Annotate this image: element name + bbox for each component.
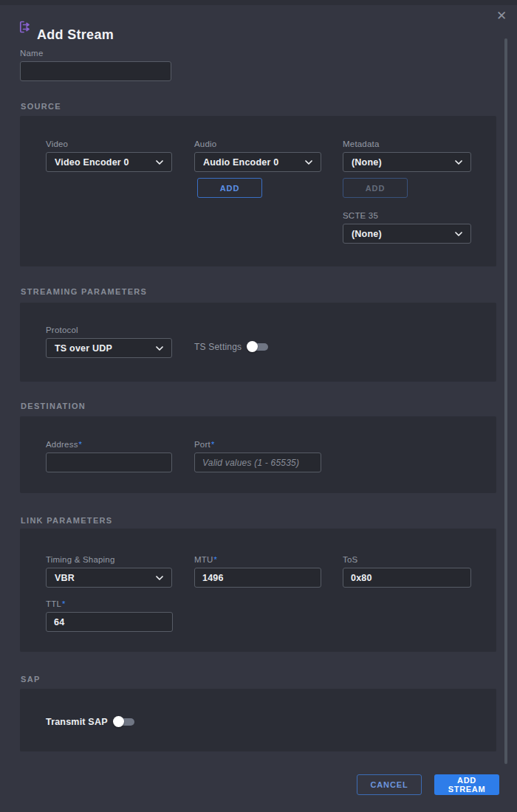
- protocol-select[interactable]: TS over UDP: [46, 338, 172, 358]
- metadata-select[interactable]: (None): [343, 152, 471, 172]
- protocol-label: Protocol: [46, 326, 172, 334]
- add-metadata-button[interactable]: ADD: [343, 178, 408, 198]
- chevron-down-icon: [156, 576, 163, 580]
- scte35-field-group: SCTE 35 (None): [343, 211, 471, 244]
- timing-field-group: Timing & Shaping VBR: [46, 555, 172, 588]
- port-field-group: Port*: [194, 440, 321, 472]
- ttl-label: TTL: [46, 599, 61, 608]
- tos-input[interactable]: [343, 568, 471, 588]
- destination-section-heading: DESTINATION: [21, 402, 86, 410]
- mtu-input[interactable]: [194, 568, 321, 588]
- port-label: Port: [194, 440, 210, 449]
- audio-field-group: Audio Audio Encoder 0 ADD: [194, 140, 321, 198]
- required-asterisk: *: [214, 555, 217, 564]
- metadata-field-group: Metadata (None) ADD: [343, 140, 471, 198]
- toggle-knob: [247, 341, 258, 352]
- audio-label: Audio: [194, 140, 321, 148]
- mtu-label: MTU: [194, 555, 213, 564]
- address-input[interactable]: [46, 453, 172, 472]
- chevron-down-icon: [156, 346, 163, 351]
- chevron-down-icon: [156, 160, 163, 165]
- sap-card: Transmit SAP: [20, 689, 496, 751]
- ttl-input[interactable]: [46, 612, 173, 632]
- scte35-select[interactable]: (None): [343, 224, 471, 244]
- sap-section-heading: SAP: [21, 675, 41, 684]
- timing-label: Timing & Shaping: [46, 555, 172, 564]
- name-field-group: Name: [20, 49, 171, 81]
- source-card: Video Video Encoder 0 Audio Audio Encode…: [20, 116, 496, 266]
- source-section-heading: SOURCE: [21, 102, 61, 111]
- scte35-select-value: (None): [352, 229, 382, 239]
- audio-select[interactable]: Audio Encoder 0: [194, 152, 321, 172]
- transmit-sap-toggle[interactable]: [114, 718, 134, 726]
- add-stream-button[interactable]: ADD STREAM: [434, 774, 499, 795]
- chevron-down-icon: [455, 160, 462, 165]
- address-label: Address: [46, 440, 78, 449]
- required-asterisk: *: [211, 440, 214, 449]
- mtu-field-group: MTU*: [194, 555, 321, 588]
- link-card: Timing & Shaping VBR MTU* ToS TTL*: [20, 529, 496, 652]
- close-icon[interactable]: ✕: [493, 8, 510, 24]
- required-asterisk: *: [79, 440, 82, 449]
- name-input[interactable]: [20, 61, 171, 81]
- ttl-field-group: TTL*: [46, 599, 173, 632]
- address-field-group: Address*: [46, 440, 172, 472]
- stream-output-icon: [18, 19, 33, 35]
- scte35-label: SCTE 35: [343, 211, 471, 220]
- video-label: Video: [46, 140, 172, 148]
- timing-select-value: VBR: [55, 573, 75, 583]
- toggle-knob: [113, 716, 124, 727]
- protocol-select-value: TS over UDP: [55, 343, 112, 354]
- destination-card: Address* Port*: [20, 416, 496, 493]
- ts-settings-row: TS Settings: [194, 342, 268, 352]
- name-label: Name: [20, 49, 171, 58]
- scrollbar[interactable]: [504, 38, 507, 764]
- chevron-down-icon: [305, 160, 312, 165]
- audio-select-value: Audio Encoder 0: [203, 157, 278, 168]
- protocol-field-group: Protocol TS over UDP: [46, 326, 172, 358]
- tos-field-group: ToS: [343, 555, 471, 588]
- streaming-card: Protocol TS over UDP TS Settings: [20, 303, 496, 382]
- timing-select[interactable]: VBR: [46, 568, 172, 588]
- video-select[interactable]: Video Encoder 0: [46, 152, 172, 172]
- metadata-select-value: (None): [352, 157, 382, 168]
- ts-settings-label: TS Settings: [194, 342, 242, 352]
- metadata-label: Metadata: [343, 140, 471, 148]
- port-input[interactable]: [194, 453, 321, 472]
- tos-label: ToS: [343, 555, 471, 564]
- streaming-section-heading: STREAMING PARAMETERS: [21, 287, 147, 296]
- transmit-sap-row: Transmit SAP: [46, 717, 134, 727]
- add-audio-button[interactable]: ADD: [197, 178, 262, 198]
- link-section-heading: LINK PARAMETERS: [21, 516, 112, 525]
- chevron-down-icon: [455, 232, 462, 236]
- video-field-group: Video Video Encoder 0: [46, 140, 172, 172]
- video-select-value: Video Encoder 0: [55, 157, 129, 168]
- ts-settings-toggle[interactable]: [248, 343, 268, 351]
- transmit-sap-label: Transmit SAP: [46, 717, 108, 727]
- page-title: Add Stream: [37, 27, 114, 43]
- cancel-button[interactable]: CANCEL: [357, 774, 422, 795]
- required-asterisk: *: [62, 599, 65, 608]
